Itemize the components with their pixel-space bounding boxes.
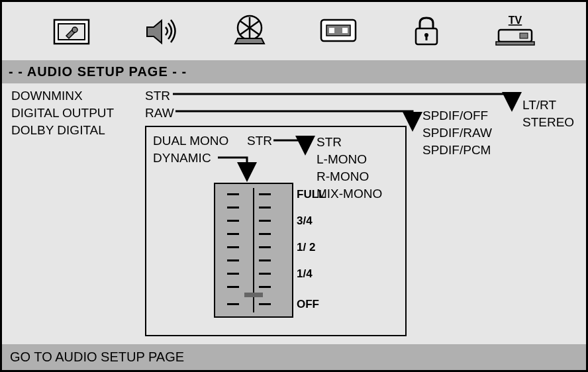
svg-rect-16 — [520, 33, 528, 38]
tab-preference[interactable] — [312, 11, 365, 51]
slider-tick — [259, 193, 271, 195]
slider-tick — [227, 273, 239, 275]
slider-tick — [227, 207, 239, 209]
tab-tv[interactable]: TV — [489, 11, 542, 51]
lock-icon — [412, 15, 441, 47]
slider-tick — [227, 286, 239, 288]
speaker-icon — [142, 15, 180, 47]
footer-hint: GO TO AUDIO SETUP PAGE — [10, 349, 184, 364]
wrench-screen-icon — [53, 16, 93, 46]
menu-item-digital-output[interactable]: DIGITAL OUTPUT — [11, 105, 114, 122]
top-icon-bar: TV — [2, 2, 586, 60]
slider-tick — [227, 246, 239, 248]
dynamic-label[interactable]: DYNAMIC — [153, 151, 211, 165]
slider-tick — [259, 286, 271, 288]
option-spdif-raw[interactable]: SPDIF/RAW — [422, 124, 492, 142]
dual-mono-value: STR — [247, 134, 272, 148]
content-area: DOWNMINX DIGITAL OUTPUT DOLBY DIGITAL ST… — [2, 83, 586, 342]
slider-tick — [259, 207, 271, 209]
footer-hint-bar: GO TO AUDIO SETUP PAGE — [2, 344, 586, 370]
slider-tick — [259, 303, 271, 305]
slider-tick — [227, 303, 239, 305]
slider-tick — [259, 233, 271, 235]
slider-tick — [259, 273, 271, 275]
option-mix-mono[interactable]: MIX-MONO — [317, 185, 382, 203]
option-spdif-off[interactable]: SPDIF/OFF — [422, 107, 492, 124]
tv-icon: TV — [495, 15, 536, 47]
dynamic-slider[interactable] — [214, 183, 293, 318]
film-reel-icon — [231, 15, 268, 48]
option-l-mono[interactable]: L-MONO — [317, 151, 382, 168]
slider-tick — [259, 246, 271, 248]
slider-thumb[interactable] — [244, 293, 263, 297]
menu-item-downmix[interactable]: DOWNMINX — [11, 87, 114, 105]
menu-value-downmix: STR — [145, 87, 174, 105]
menu-value-digital-output: RAW — [145, 105, 174, 122]
menu-values: STR RAW — [145, 87, 174, 122]
slider-label-1-2: 1/ 2 — [297, 241, 315, 254]
option-str[interactable]: STR — [317, 134, 382, 151]
menu-item-dolby-digital[interactable]: DOLBY DIGITAL — [11, 122, 114, 139]
slider-tick — [227, 220, 239, 222]
option-lt-rt[interactable]: LT/RT — [522, 97, 574, 114]
downmix-options: LT/RT STEREO — [522, 97, 574, 131]
page-title: - - AUDIO SETUP PAGE - - — [9, 64, 187, 79]
option-r-mono[interactable]: R-MONO — [317, 168, 382, 185]
slider-label-3-4: 3/4 — [297, 214, 313, 228]
svg-text:TV: TV — [509, 15, 522, 26]
option-stereo[interactable]: STEREO — [522, 114, 574, 131]
svg-rect-13 — [426, 36, 428, 40]
slider-tick — [227, 259, 239, 261]
tab-audio[interactable] — [134, 11, 187, 51]
svg-rect-9 — [329, 28, 334, 33]
slider-tick — [227, 233, 239, 235]
option-spdif-pcm[interactable]: SPDIF/PCM — [422, 142, 492, 159]
slider-label-full: FULL — [297, 188, 325, 201]
svg-rect-17 — [496, 42, 534, 45]
page-title-bar: - - AUDIO SETUP PAGE - - — [2, 60, 586, 83]
tab-general[interactable] — [46, 11, 99, 51]
slider-tick — [259, 220, 271, 222]
tab-video[interactable] — [223, 11, 276, 51]
dual-mono-label[interactable]: DUAL MONO — [153, 134, 228, 148]
menu-labels: DOWNMINX DIGITAL OUTPUT DOLBY DIGITAL — [11, 87, 114, 139]
slider-label-off: OFF — [297, 298, 319, 311]
slider-tick — [259, 259, 271, 261]
digital-output-options: SPDIF/OFF SPDIF/RAW SPDIF/PCM — [422, 107, 492, 159]
slider-tick — [227, 193, 239, 195]
tab-lock[interactable] — [400, 11, 453, 51]
svg-rect-10 — [342, 28, 348, 33]
svg-point-2 — [72, 27, 77, 32]
audio-setup-screen: TV - - AUDIO SETUP PAGE - - DOWNMINX DIG… — [0, 0, 588, 372]
preference-screen-icon — [318, 17, 358, 45]
slider-label-1-4: 1/4 — [297, 267, 313, 281]
dual-mono-options: STR L-MONO R-MONO MIX-MONO — [317, 134, 382, 203]
